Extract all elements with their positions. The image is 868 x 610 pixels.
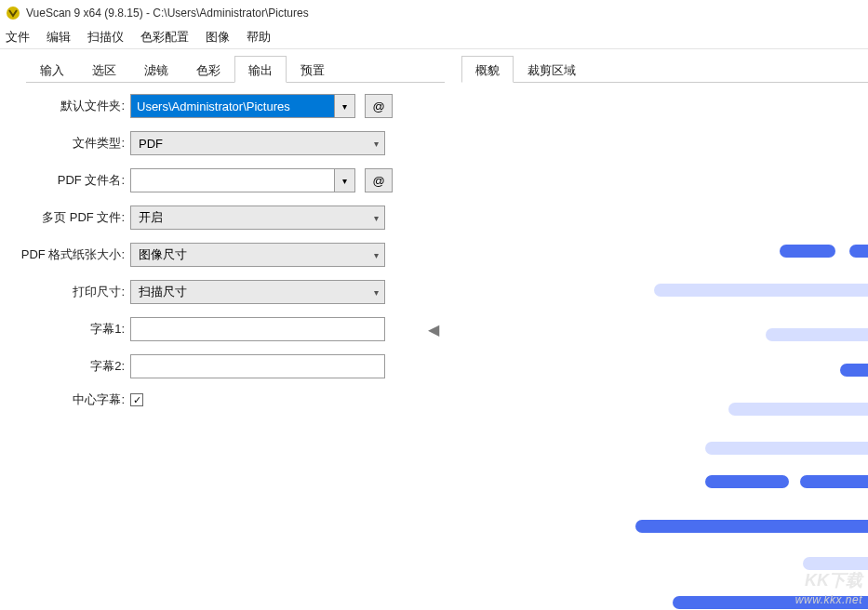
placeholder-bar [705,475,789,488]
right-tabstrip: 概貌 裁剪区域 [461,55,868,83]
file-type-select[interactable]: PDF ▾ [130,131,385,155]
subtitle2-label: 字幕2: [0,358,130,375]
pdf-filename-at-button[interactable]: @ [365,168,393,192]
chevron-down-icon: ▾ [374,213,379,223]
pdf-filename-label: PDF 文件名: [0,172,130,189]
window-title: VueScan 9 x64 (9.8.15) - C:\Users\Admini… [26,7,309,20]
tab-crop[interactable]: 选区 [78,56,130,83]
watermark-logo: KK下载 [805,569,862,591]
file-type-label: 文件类型: [0,135,130,152]
file-type-value: PDF [139,137,163,151]
placeholder-bar [654,284,868,297]
menu-file[interactable]: 文件 [6,30,30,46]
default-folder-at-button[interactable]: @ [365,94,393,118]
subtitle2-input[interactable] [130,354,385,378]
center-subtitle-label: 中心字幕: [0,391,130,408]
placeholder-bar [728,403,868,416]
pdf-filename-input[interactable] [130,168,335,192]
preview-panel: 概貌 裁剪区域 KK下载 www.kkx.net [445,49,868,610]
subtitle1-label: 字幕1: [0,321,130,338]
watermark-text: www.kkx.net [795,593,862,606]
placeholder-bar [803,557,868,570]
print-size-label: 打印尺寸: [0,284,130,300]
row-file-type: 文件类型: PDF ▾ [0,131,428,155]
menubar: 文件 编辑 扫描仪 色彩配置 图像 帮助 [0,26,868,48]
app-icon [6,6,20,20]
chevron-down-icon: ▾ [374,287,379,298]
splitter-handle[interactable]: ◀ [427,321,440,339]
multipage-value: 开启 [139,209,163,226]
row-subtitle1: 字幕1: [0,317,428,341]
menu-help[interactable]: 帮助 [247,30,271,46]
settings-panel: 输入 选区 滤镜 色彩 输出 预置 默认文件夹: ▾ @ 文件 [0,49,445,610]
svg-point-0 [7,7,20,20]
tab-preview[interactable]: 概貌 [461,56,514,83]
print-size-select[interactable]: 扫描尺寸 ▾ [130,280,385,304]
tab-crop-area[interactable]: 裁剪区域 [514,56,590,83]
chevron-down-icon: ▾ [374,139,379,149]
default-folder-input[interactable] [130,94,335,118]
titlebar: VueScan 9 x64 (9.8.15) - C:\Users\Admini… [0,0,868,26]
multipage-select[interactable]: 开启 ▾ [130,206,385,230]
menu-edit[interactable]: 编辑 [47,30,71,46]
placeholder-bar [780,245,835,258]
placeholder-bar [635,520,868,533]
tab-output[interactable]: 输出 [234,56,287,83]
default-folder-combo[interactable]: ▾ [130,94,355,118]
print-size-value: 扫描尺寸 [139,284,187,300]
menu-scanner[interactable]: 扫描仪 [87,30,124,46]
pdf-papersize-select[interactable]: 图像尺寸 ▾ [130,243,385,267]
tab-color[interactable]: 色彩 [182,56,234,83]
tab-filter[interactable]: 滤镜 [130,56,182,83]
left-tabstrip: 输入 选区 滤镜 色彩 输出 预置 [26,55,445,83]
output-form: 默认文件夹: ▾ @ 文件类型: PDF ▾ [0,83,445,408]
row-print-size: 打印尺寸: 扫描尺寸 ▾ [0,280,428,304]
menu-color-profile[interactable]: 色彩配置 [140,30,189,46]
placeholder-bar [840,364,868,377]
row-default-folder: 默认文件夹: ▾ @ [0,94,428,118]
row-center-subtitle: 中心字幕: ✓ [0,391,428,408]
pdf-papersize-label: PDF 格式纸张大小: [0,246,130,263]
placeholder-bar [849,245,868,258]
center-subtitle-checkbox[interactable]: ✓ [130,393,143,406]
row-multipage: 多页 PDF 文件: 开启 ▾ [0,206,428,230]
default-folder-dropdown-button[interactable]: ▾ [335,94,355,118]
pdf-filename-combo[interactable]: ▾ [130,168,355,192]
multipage-label: 多页 PDF 文件: [0,209,130,226]
chevron-down-icon: ▾ [342,176,347,186]
pdf-papersize-value: 图像尺寸 [139,246,187,263]
tab-prefs[interactable]: 预置 [287,56,339,83]
chevron-left-icon: ◀ [428,321,439,338]
placeholder-bar [800,475,868,488]
chevron-down-icon: ▾ [374,250,379,260]
tab-input[interactable]: 输入 [26,56,78,83]
row-subtitle2: 字幕2: [0,354,428,378]
placeholder-bar [766,328,868,341]
menu-image[interactable]: 图像 [206,30,230,46]
chevron-down-icon: ▾ [342,101,347,112]
row-pdf-papersize: PDF 格式纸张大小: 图像尺寸 ▾ [0,243,428,267]
row-pdf-filename: PDF 文件名: ▾ @ [0,168,428,192]
placeholder-bar [705,442,868,455]
default-folder-label: 默认文件夹: [0,98,130,114]
pdf-filename-dropdown-button[interactable]: ▾ [335,168,355,192]
subtitle1-input[interactable] [130,317,385,341]
